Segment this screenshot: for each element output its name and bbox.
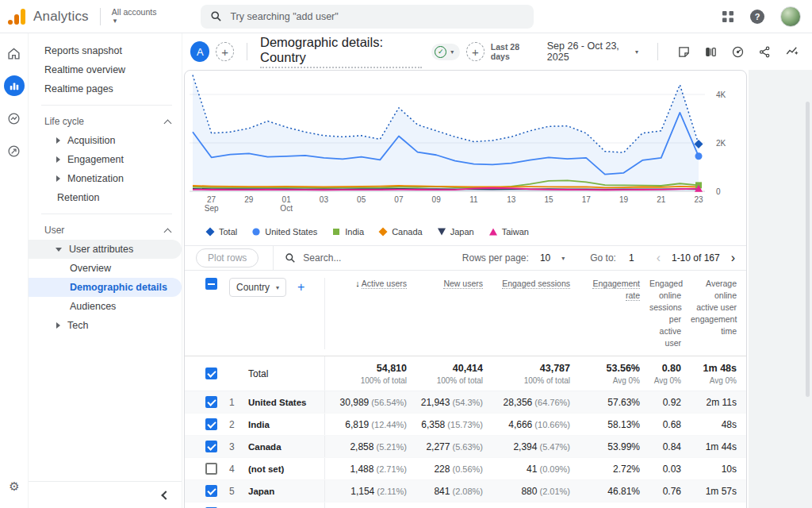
sampling-icon[interactable] (731, 45, 745, 59)
svg-text:11: 11 (469, 195, 478, 204)
row-metric: 2,394 (5.47%) (492, 436, 580, 457)
svg-text:Oct: Oct (280, 204, 293, 213)
legend-label: Taiwan (502, 227, 529, 237)
row-metric: 46.81% (580, 480, 649, 502)
total-metric: 43,787100% of total (492, 356, 580, 391)
row-index: 5 (229, 486, 248, 497)
row-index: 4 (229, 464, 248, 475)
sidebar-item-retention[interactable]: Retention (29, 188, 182, 207)
column-label: Engaged online sessions per active user (649, 279, 683, 348)
table-toolbar: Plot rows Search... Rows per page: 10 ▾ … (185, 245, 746, 271)
sidebar-section-life-cycle[interactable]: Life cycle (29, 112, 182, 131)
search-icon (210, 10, 222, 22)
sidebar-item-audiences[interactable]: Audiences (29, 297, 182, 316)
row-dimension-value: Canada (248, 442, 324, 452)
help-icon[interactable]: ? (750, 10, 764, 24)
chevron-down-icon[interactable]: ▾ (561, 255, 565, 262)
brand: Analytics (8, 9, 89, 25)
arrow-right-icon (56, 156, 60, 163)
total-checkbox[interactable] (205, 368, 217, 379)
table-row-india: 2India6,819 (12.44%)6,358 (15.73%)4,666 … (185, 414, 746, 436)
row-metric: 896 (2.05%) (492, 502, 580, 508)
column-header-engaged-sessions[interactable]: Engaged sessions (492, 278, 580, 290)
legend-item-total[interactable]: Total (205, 227, 237, 237)
legend-item-united-states[interactable]: United States (251, 227, 317, 237)
table-search-input[interactable]: Search... (285, 252, 341, 264)
sidebar-item-realtime-pages[interactable]: Realtime pages (29, 79, 182, 98)
sidebar-item-monetization[interactable]: Monetization (29, 169, 182, 188)
apps-grid-icon[interactable] (722, 10, 734, 23)
property-avatar[interactable]: A (190, 41, 209, 62)
rows-per-page-select[interactable]: 10 (540, 252, 550, 264)
sidebar-item-user-attributes[interactable]: User attributes (29, 240, 182, 259)
row-metric: 41 (0.09%) (492, 458, 580, 479)
svg-text:21: 21 (657, 195, 666, 204)
divider (100, 8, 101, 25)
legend-item-taiwan[interactable]: Taiwan (488, 227, 529, 237)
share-icon[interactable] (758, 45, 772, 59)
advertising-icon[interactable] (4, 140, 25, 161)
row-checkbox[interactable] (205, 396, 217, 408)
search-input[interactable]: Try searching "add user" (201, 5, 534, 29)
page-title[interactable]: Demographic details: Country (260, 35, 422, 68)
sidebar-item-engagement[interactable]: Engagement (29, 150, 182, 169)
collapse-sidebar-icon[interactable] (161, 491, 170, 499)
plot-rows-button[interactable]: Plot rows (196, 248, 259, 267)
insights-icon[interactable] (785, 44, 799, 59)
triangle-down-icon (437, 227, 446, 237)
table-row-not-set: 4(not set)1,488 (2.71%)228 (0.56%)41 (0.… (185, 458, 746, 480)
table-row-united-states: 1United States30,989 (56.54%)21,943 (54.… (185, 391, 746, 414)
legend-item-japan[interactable]: Japan (437, 227, 474, 237)
brand-name: Analytics (33, 9, 89, 25)
select-all-checkbox[interactable] (205, 278, 217, 290)
row-metric: 59.69% (580, 502, 649, 508)
row-metric: 2m 11s (691, 391, 746, 413)
admin-gear-icon[interactable]: ⚙ (0, 479, 29, 494)
notes-icon[interactable] (677, 45, 691, 59)
column-header-engagement-rate[interactable]: Engagement rate (580, 278, 649, 302)
date-range-picker[interactable]: Sep 26 - Oct 23, 2025 ▾ (547, 40, 638, 63)
previous-page-icon[interactable]: ‹ (657, 251, 661, 265)
row-checkbox[interactable] (205, 463, 217, 475)
row-metric: 21,943 (54.3%) (416, 391, 492, 413)
reports-icon[interactable] (4, 75, 25, 96)
scrollbar[interactable] (806, 102, 810, 397)
report-status-pill[interactable]: ✓ ▾ (431, 44, 460, 60)
legend-label: Total (219, 227, 237, 237)
svg-text:23: 23 (694, 195, 703, 204)
add-dimension-icon[interactable]: + (297, 280, 304, 294)
chevron-down-icon: ▾ (635, 48, 638, 56)
dimension-select[interactable]: Country ▾ (229, 278, 286, 297)
sidebar: Reports snapshotRealtime overviewRealtim… (29, 33, 182, 508)
sidebar-item-overview[interactable]: Overview (29, 259, 182, 278)
go-to-input[interactable]: 1 (629, 252, 634, 264)
sidebar-item-reports-snapshot[interactable]: Reports snapshot (29, 41, 182, 60)
column-header-new-users[interactable]: New users (416, 278, 492, 290)
sidebar-item-realtime-overview[interactable]: Realtime overview (29, 60, 182, 79)
report-card: 02K4K27Sep2901Oct0305070911131517192123 … (184, 70, 747, 508)
column-header-active-users[interactable]: ↓Active users (324, 278, 416, 349)
explore-icon[interactable] (4, 108, 25, 129)
sidebar-section-user[interactable]: User (29, 221, 182, 240)
sidebar-item-tech[interactable]: Tech (29, 316, 182, 335)
home-icon[interactable] (4, 43, 25, 64)
row-checkbox[interactable] (205, 418, 217, 430)
next-page-icon[interactable]: › (731, 251, 735, 265)
sidebar-item-demographic-details[interactable]: Demographic details (29, 278, 182, 297)
comparison-icon[interactable] (704, 45, 718, 59)
svg-text:19: 19 (619, 195, 629, 204)
sidebar-item-acquisition[interactable]: Acquisition (29, 131, 182, 150)
row-metric: 841 (2.08%) (416, 480, 492, 502)
add-report-tab-icon[interactable]: + (216, 42, 234, 61)
row-checkbox[interactable] (205, 485, 217, 497)
add-comparison-icon[interactable]: + (466, 42, 485, 61)
column-header-average-online-active-user-engagement-time[interactable]: Average online active user engagement ti… (691, 278, 746, 337)
row-checkbox[interactable] (205, 441, 217, 452)
column-header-engaged-online-sessions-per-active-user[interactable]: Engaged online sessions per active user (649, 278, 691, 349)
avatar[interactable] (780, 6, 801, 27)
legend-item-canada[interactable]: Canada (378, 227, 423, 237)
legend-item-india[interactable]: India (331, 227, 364, 237)
chevron-down-icon: ▾ (450, 48, 454, 56)
triangle-up-icon (488, 227, 498, 237)
account-switcher[interactable]: All accounts ▾ (112, 8, 157, 25)
